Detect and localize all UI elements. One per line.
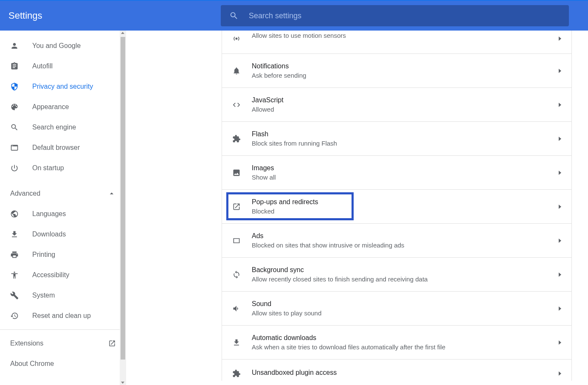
setting-row-automatic-downloads[interactable]: Automatic downloads Ask when a site trie… <box>222 326 571 360</box>
chevron-right-icon <box>559 103 561 107</box>
setting-row-ads[interactable]: Ads Blocked on sites that show intrusive… <box>222 224 571 258</box>
setting-sub: Allow sites to use motion sensors <box>252 32 559 39</box>
setting-title: Ads <box>252 232 559 240</box>
setting-title: Flash <box>252 130 559 138</box>
sidebar-item-accessibility[interactable]: Accessibility <box>0 265 126 285</box>
palette-icon <box>10 103 19 111</box>
sidebar-item-label: Autofill <box>32 62 53 70</box>
sidebar-item-search-engine[interactable]: Search engine <box>0 117 126 138</box>
setting-sub: Blocked on sites that show intrusive or … <box>252 242 559 249</box>
image-icon <box>232 169 241 177</box>
chevron-up-icon <box>107 189 116 198</box>
sidebar-item-label: Search engine <box>32 124 76 131</box>
power-icon <box>10 164 19 172</box>
setting-row-popups[interactable]: Pop-ups and redirects Blocked <box>222 190 571 224</box>
sidebar-item-label: System <box>32 292 55 299</box>
volume-icon <box>232 304 241 313</box>
setting-title: Background sync <box>252 266 559 274</box>
browser-icon <box>10 143 19 152</box>
sidebar-item-privacy[interactable]: Privacy and security <box>0 76 126 97</box>
setting-title: Sound <box>252 300 559 308</box>
search-icon <box>10 123 19 132</box>
sidebar-item-label: Languages <box>32 210 66 218</box>
popup-icon <box>232 202 241 211</box>
settings-list: Motion sensors Allow sites to use motion… <box>222 31 572 381</box>
sidebar-scrollbar[interactable] <box>120 31 126 385</box>
sidebar-item-label: On startup <box>32 164 64 172</box>
chevron-right-icon <box>559 273 561 277</box>
sidebar-item-downloads[interactable]: Downloads <box>0 224 126 244</box>
content: You and Google Autofill Privacy and secu… <box>0 31 588 385</box>
search-box[interactable] <box>221 5 569 26</box>
sidebar-item-extensions[interactable]: Extensions <box>0 333 126 354</box>
scroll-down-icon[interactable] <box>121 382 124 384</box>
sidebar-item-about-chrome[interactable]: About Chrome <box>0 354 126 374</box>
sidebar-item-you-and-google[interactable]: You and Google <box>0 36 126 56</box>
sidebar-item-languages[interactable]: Languages <box>0 204 126 224</box>
puzzle-icon <box>232 135 241 143</box>
sidebar-item-appearance[interactable]: Appearance <box>0 97 126 117</box>
setting-row-notifications[interactable]: Notifications Ask before sending <box>222 54 571 88</box>
restore-icon <box>10 312 19 320</box>
svg-point-0 <box>236 38 238 40</box>
sidebar-item-on-startup[interactable]: On startup <box>0 158 126 178</box>
wrench-icon <box>10 291 19 300</box>
sidebar-item-default-browser[interactable]: Default browser <box>0 138 126 158</box>
chevron-right-icon <box>559 37 561 41</box>
search-input[interactable] <box>249 11 560 20</box>
setting-row-sound[interactable]: Sound Allow sites to play sound <box>222 292 571 326</box>
setting-row-motion-sensors[interactable]: Motion sensors Allow sites to use motion… <box>222 31 571 54</box>
scroll-up-icon[interactable] <box>121 32 124 34</box>
chevron-right-icon <box>559 371 561 376</box>
setting-row-javascript[interactable]: JavaScript Allowed <box>222 88 571 122</box>
sidebar-item-printing[interactable]: Printing <box>0 244 126 265</box>
clipboard-icon <box>10 62 19 70</box>
download-icon <box>232 338 241 347</box>
setting-row-background-sync[interactable]: Background sync Allow recently closed si… <box>222 258 571 292</box>
sidebar-advanced-toggle[interactable]: Advanced <box>0 183 126 204</box>
sidebar-item-system[interactable]: System <box>0 285 126 306</box>
setting-title: Automatic downloads <box>252 334 559 342</box>
header: Settings <box>0 1 588 31</box>
chevron-right-icon <box>559 340 561 345</box>
sidebar-item-label: Printing <box>32 251 55 259</box>
setting-title: Unsandboxed plugin access <box>252 369 559 377</box>
scroll-thumb[interactable] <box>121 37 125 360</box>
external-link-icon <box>108 340 116 347</box>
setting-title: Pop-ups and redirects <box>252 198 559 206</box>
print-icon <box>10 250 19 259</box>
about-chrome-label: About Chrome <box>10 360 54 368</box>
sidebar-item-reset[interactable]: Reset and clean up <box>0 306 126 326</box>
setting-sub: Allow sites to play sound <box>252 309 559 317</box>
chevron-right-icon <box>559 239 561 243</box>
sidebar-item-label: You and Google <box>32 42 81 50</box>
setting-sub: Show all <box>252 174 559 181</box>
sidebar-item-label: Appearance <box>32 103 69 111</box>
search-icon <box>229 11 239 20</box>
puzzle-icon <box>232 369 241 378</box>
bell-icon <box>232 67 241 75</box>
setting-title: Notifications <box>252 62 559 70</box>
sidebar-item-label: Downloads <box>32 230 66 238</box>
download-icon <box>10 230 19 239</box>
main-content: Motion sensors Allow sites to use motion… <box>126 31 588 385</box>
setting-title: JavaScript <box>252 96 559 104</box>
sidebar-item-label: Privacy and security <box>32 83 93 90</box>
shield-icon <box>10 82 19 91</box>
setting-sub: Allowed <box>252 106 559 113</box>
sidebar-divider <box>0 329 126 330</box>
chevron-right-icon <box>559 171 561 175</box>
globe-icon <box>10 210 19 218</box>
setting-row-flash[interactable]: Flash Block sites from running Flash <box>222 122 571 156</box>
setting-sub: Block sites from running Flash <box>252 140 559 147</box>
extensions-label: Extensions <box>10 340 43 347</box>
ad-icon <box>232 236 241 245</box>
setting-row-images[interactable]: Images Show all <box>222 156 571 190</box>
sidebar-item-label: Accessibility <box>32 271 69 279</box>
advanced-label: Advanced <box>10 190 40 197</box>
setting-row-unsandboxed-plugin[interactable]: Unsandboxed plugin access <box>222 360 571 381</box>
chevron-right-icon <box>559 69 561 73</box>
setting-sub: Blocked <box>252 208 559 215</box>
setting-sub: Allow recently closed sites to finish se… <box>252 275 559 283</box>
sidebar-item-autofill[interactable]: Autofill <box>0 56 126 76</box>
